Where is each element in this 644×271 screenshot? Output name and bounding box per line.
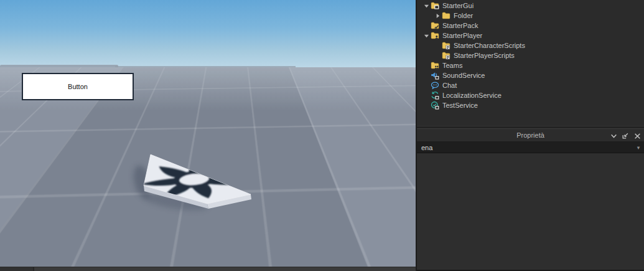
explorer-item-soundservice[interactable]: SoundService bbox=[417, 70, 644, 80]
sound-service-icon bbox=[431, 71, 439, 80]
properties-body bbox=[417, 153, 644, 270]
explorer-item-label: Folder bbox=[454, 12, 473, 19]
explorer-item-starterplayer[interactable]: StarterPlayer bbox=[417, 31, 644, 40]
expander-spacer bbox=[422, 92, 431, 99]
explorer-item-localizationservice[interactable]: LocalizationService bbox=[417, 90, 644, 100]
scrollbar-segment[interactable] bbox=[0, 267, 34, 271]
expander-down-icon[interactable] bbox=[422, 2, 431, 9]
explorer-item-label: StarterCharacterScripts bbox=[454, 42, 525, 49]
explorer-item-label: StarterPack bbox=[442, 22, 478, 29]
starter-pack-folder-icon bbox=[431, 21, 439, 30]
expander-spacer bbox=[422, 72, 431, 79]
explorer-item-label: SoundService bbox=[442, 72, 485, 79]
explorer-item-starterplayerscripts[interactable]: StarterPlayerScripts bbox=[417, 50, 644, 60]
explorer-item-label: Teams bbox=[442, 62, 462, 69]
float-window-icon[interactable] bbox=[622, 132, 629, 140]
explorer-item-chat[interactable]: Chat bbox=[417, 80, 644, 90]
explorer-item-testservice[interactable]: TestService bbox=[417, 100, 644, 110]
chevron-down-icon[interactable] bbox=[610, 132, 617, 140]
starter-player-folder-icon bbox=[431, 31, 439, 40]
viewport-horizontal-scrollbar[interactable] bbox=[0, 267, 416, 271]
scripts-folder-icon bbox=[442, 41, 450, 50]
button-gui[interactable]: Button bbox=[22, 73, 134, 100]
explorer-panel: StarterGuiFolderStarterPackStarterPlayer… bbox=[417, 0, 644, 126]
expander-down-icon[interactable] bbox=[422, 32, 431, 39]
expander-spacer bbox=[433, 42, 442, 49]
expander-spacer bbox=[433, 52, 442, 59]
scripts-folder-icon bbox=[442, 51, 450, 60]
explorer-item-folder[interactable]: Folder bbox=[417, 11, 644, 21]
3d-viewport[interactable]: Button bbox=[0, 0, 416, 271]
explorer-item-startercharacterscripts[interactable]: StarterCharacterScripts bbox=[417, 40, 644, 50]
explorer-item-teams[interactable]: Teams bbox=[417, 60, 644, 70]
close-icon[interactable] bbox=[633, 132, 641, 140]
teams-folder-icon bbox=[431, 61, 439, 70]
filter-dropdown-icon[interactable]: ▾ bbox=[633, 145, 644, 151]
expander-spacer bbox=[422, 82, 431, 89]
explorer-tree: StarterGuiFolderStarterPackStarterPlayer… bbox=[417, 1, 644, 110]
chat-bubble-icon bbox=[431, 81, 439, 90]
starter-gui-folder-icon bbox=[431, 1, 439, 10]
white-slab-part[interactable] bbox=[124, 154, 264, 209]
folder-icon bbox=[442, 11, 450, 20]
localization-service-icon bbox=[431, 91, 439, 100]
properties-panel: Proprietà bbox=[417, 128, 644, 271]
test-service-icon bbox=[431, 101, 439, 110]
explorer-item-label: StarterPlayerScripts bbox=[454, 52, 515, 59]
expander-spacer bbox=[422, 62, 431, 69]
explorer-item-starterpack[interactable]: StarterPack bbox=[417, 21, 644, 31]
expander-spacer bbox=[422, 22, 431, 29]
expander-spacer bbox=[422, 102, 431, 109]
studio-window: Button StarterGuiFolderStarterPackStarte… bbox=[0, 0, 644, 271]
explorer-item-startergui[interactable]: StarterGui bbox=[417, 1, 644, 11]
properties-filter-row: ▾ bbox=[417, 142, 644, 153]
right-dock: StarterGuiFolderStarterPackStarterPlayer… bbox=[416, 0, 644, 271]
explorer-item-label: StarterGui bbox=[442, 2, 474, 9]
expander-right-icon[interactable] bbox=[433, 12, 442, 19]
properties-filter-input[interactable] bbox=[417, 143, 633, 153]
explorer-item-label: TestService bbox=[442, 102, 478, 109]
part-layer bbox=[0, 0, 416, 271]
explorer-item-label: Chat bbox=[442, 82, 457, 89]
properties-title: Proprietà bbox=[516, 131, 544, 139]
properties-header: Proprietà bbox=[417, 128, 644, 142]
explorer-item-label: LocalizationService bbox=[442, 92, 502, 99]
explorer-item-label: StarterPlayer bbox=[442, 32, 482, 39]
